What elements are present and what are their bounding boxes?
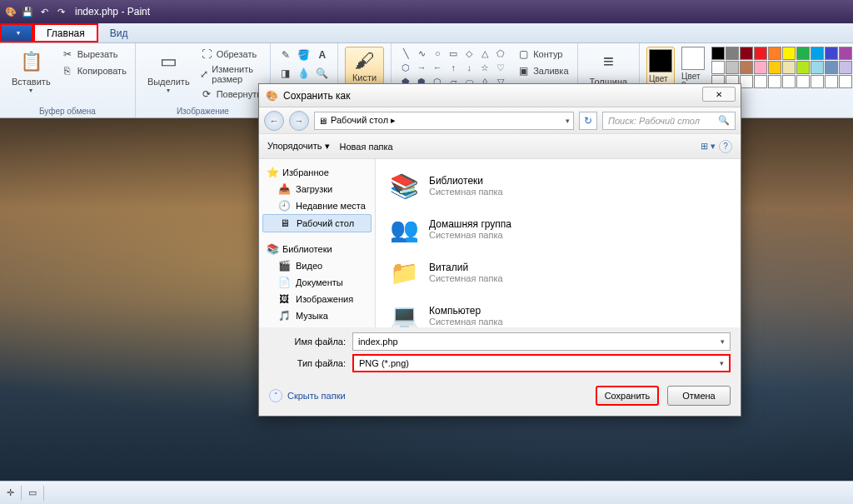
picker-tool[interactable]: 💧 — [296, 65, 312, 82]
dialog-nav: ← → 🖥Рабочий стол ▸▾ ↻ Поиск: Рабочий ст… — [259, 107, 741, 134]
content-item[interactable]: 📚БиблиотекиСистемная папка — [384, 164, 732, 207]
color1-swatch — [649, 49, 672, 72]
palette-color[interactable] — [754, 47, 767, 60]
filename-input[interactable]: index.php▾ — [352, 332, 731, 351]
rotate-icon: ⟳ — [200, 87, 213, 101]
shapes-grid[interactable]: ╲∿○▭◇△⬠ ⬡→←↑↓☆♡ ⬟⬢⬡▱⬭◊▽ — [398, 47, 508, 88]
address-bar[interactable]: 🖥Рабочий стол ▸▾ — [314, 112, 574, 130]
cancel-button[interactable]: Отмена — [667, 386, 731, 406]
ribbon-tabs: Главная Вид — [0, 23, 853, 43]
palette-color[interactable] — [782, 61, 796, 74]
paste-button[interactable]: 📋 Вставить — [7, 47, 56, 96]
brushes-button[interactable]: 🖌 Кисти — [345, 47, 384, 85]
hide-folders-button[interactable]: ˄Скрыть папки — [269, 389, 346, 402]
sidebar-item-music[interactable]: 🎵Музыка — [262, 307, 372, 324]
outline-button[interactable]: ▢Контур — [515, 47, 570, 62]
content-item[interactable]: 📁ВиталийСистемная папка — [384, 251, 732, 294]
redo-icon[interactable]: ↷ — [53, 4, 68, 19]
fill-tool[interactable]: 🪣 — [296, 47, 312, 63]
dialog-content[interactable]: 📚БиблиотекиСистемная папка👥Домашняя груп… — [376, 159, 741, 327]
fill-button[interactable]: ▣Заливка — [515, 63, 570, 78]
file-menu[interactable] — [0, 23, 33, 42]
tab-view[interactable]: Вид — [98, 23, 140, 42]
sidebar-item-downloads[interactable]: 📥Загрузки — [262, 181, 372, 197]
rotate-button[interactable]: ⟳Повернуть — [198, 87, 263, 102]
palette-color[interactable] — [711, 61, 725, 74]
new-folder-button[interactable]: Новая папка — [340, 142, 393, 152]
palette-color[interactable] — [754, 61, 767, 74]
pencil-tool[interactable]: ✎ — [277, 47, 294, 63]
palette-color[interactable] — [726, 61, 739, 74]
undo-icon[interactable]: ↶ — [37, 4, 52, 19]
back-button[interactable]: ← — [264, 111, 284, 131]
color-palette[interactable] — [711, 47, 852, 88]
palette-color[interactable] — [768, 61, 781, 74]
statusbar: ✛ ▭ — [0, 481, 853, 504]
palette-color[interactable] — [740, 61, 753, 74]
sidebar-item-desktop[interactable]: 🖥Рабочий стол — [262, 214, 372, 232]
palette-color[interactable] — [740, 47, 753, 60]
copy-icon: ⎘ — [61, 64, 74, 77]
palette-color[interactable] — [782, 75, 796, 88]
palette-color[interactable] — [811, 75, 824, 88]
close-button[interactable]: ✕ — [702, 87, 736, 102]
filetype-select[interactable]: PNG (*.png)▾ — [352, 354, 731, 372]
forward-button[interactable]: → — [289, 111, 309, 131]
palette-color[interactable] — [796, 75, 810, 88]
palette-color[interactable] — [726, 47, 739, 60]
sidebar-libraries-head[interactable]: 📚Библиотеки — [262, 241, 372, 257]
sidebar-favorites-head[interactable]: ⭐Избранное — [262, 164, 372, 181]
sidebar-item-recent[interactable]: 🕘Недавние места — [262, 197, 372, 214]
folder-icon: 📁 — [387, 256, 421, 289]
resize-button[interactable]: ⤢Изменить размер — [198, 63, 263, 85]
copy-button[interactable]: ⎘Копировать — [59, 63, 128, 78]
palette-color[interactable] — [839, 47, 852, 60]
palette-color[interactable] — [768, 75, 781, 88]
palette-color[interactable] — [782, 47, 796, 60]
content-item[interactable]: 💻КомпьютерСистемная папка — [384, 294, 732, 327]
sidebar-item-images[interactable]: 🖼Изображения — [262, 291, 372, 307]
palette-color[interactable] — [754, 75, 767, 88]
cut-icon: ✂ — [61, 47, 74, 61]
sidebar-item-documents[interactable]: 📄Документы — [262, 274, 372, 291]
folder-icon: 📚 — [387, 169, 421, 202]
content-item[interactable]: 👥Домашняя группаСистемная папка — [384, 207, 732, 251]
save-as-dialog: 🎨 Сохранить как ✕ ← → 🖥Рабочий стол ▸▾ ↻… — [258, 83, 741, 417]
palette-color[interactable] — [768, 47, 781, 60]
palette-color[interactable] — [825, 61, 838, 74]
refresh-button[interactable]: ↻ — [579, 112, 597, 130]
palette-color[interactable] — [825, 47, 838, 60]
tab-home[interactable]: Главная — [33, 23, 98, 42]
palette-color[interactable] — [839, 61, 852, 74]
palette-color[interactable] — [811, 47, 824, 60]
select-button[interactable]: ▭ Выделить — [142, 47, 195, 96]
palette-color[interactable] — [811, 61, 824, 74]
search-input[interactable]: Поиск: Рабочий стол🔍 — [602, 112, 736, 130]
palette-color[interactable] — [711, 47, 725, 60]
crop-button[interactable]: ⛶Обрезать — [198, 47, 263, 62]
cut-button[interactable]: ✂Вырезать — [59, 47, 128, 62]
organize-button[interactable]: Упорядочить ▾ — [267, 141, 330, 152]
view-button[interactable]: ⊞ ▾ — [701, 141, 716, 152]
document-icon: 📄 — [277, 276, 291, 289]
tools-grid: ✎ 🪣 A ◨ 💧 🔍 — [277, 47, 331, 82]
palette-color[interactable] — [796, 47, 810, 60]
size-icon: ≡ — [595, 48, 621, 75]
palette-color[interactable] — [796, 61, 810, 74]
palette-color[interactable] — [839, 75, 852, 88]
text-tool[interactable]: A — [314, 47, 331, 63]
desktop-icon: 🖥 — [318, 116, 327, 126]
help-button[interactable]: ? — [719, 140, 732, 153]
save-icon[interactable]: 💾 — [20, 4, 35, 19]
outline-icon: ▢ — [516, 47, 530, 61]
folder-icon: 💻 — [387, 299, 421, 327]
dialog-titlebar: 🎨 Сохранить как ✕ — [259, 84, 741, 107]
palette-color[interactable] — [740, 75, 753, 88]
desktop-icon: 🖥 — [278, 217, 292, 230]
save-button[interactable]: Сохранить — [596, 386, 659, 406]
star-icon: ⭐ — [266, 166, 279, 179]
sidebar-item-video[interactable]: 🎬Видео — [262, 257, 372, 274]
palette-color[interactable] — [825, 75, 838, 88]
eraser-tool[interactable]: ◨ — [277, 65, 294, 82]
magnify-tool[interactable]: 🔍 — [314, 65, 331, 82]
